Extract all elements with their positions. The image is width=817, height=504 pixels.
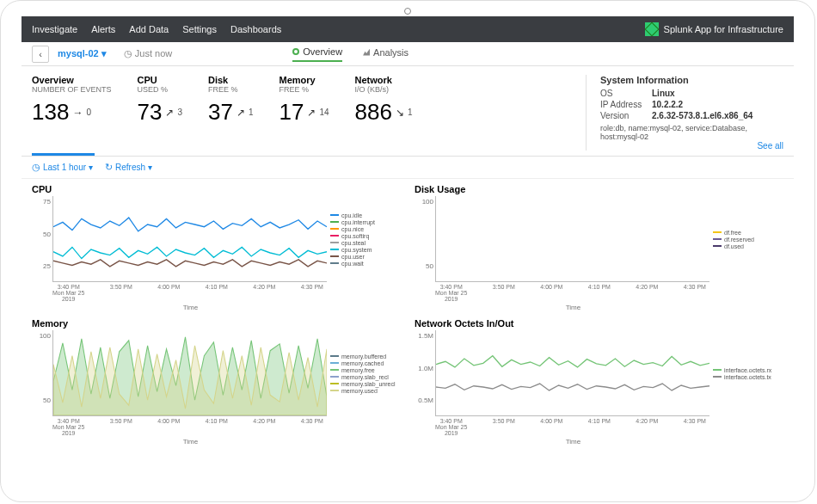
metric-cpu[interactable]: CPU USED % 73↗3 bbox=[138, 75, 182, 151]
nav-add-data[interactable]: Add Data bbox=[129, 24, 169, 34]
clock-icon bbox=[32, 162, 40, 173]
mem-y-axis: 10050 bbox=[32, 330, 52, 416]
system-info-panel: System Information OSLinux IP Address10.… bbox=[586, 75, 783, 151]
splunk-logo-icon bbox=[645, 22, 659, 36]
device-camera bbox=[404, 8, 411, 15]
nav-investigate[interactable]: Investigate bbox=[32, 24, 77, 34]
disk-legend: df.freedf.reserveddf.used bbox=[710, 196, 783, 282]
tab-overview[interactable]: Overview bbox=[292, 46, 342, 62]
mem-legend: memory.bufferedmemory.cachedmemory.freem… bbox=[327, 330, 401, 416]
nav-dashboards[interactable]: Dashboards bbox=[230, 24, 281, 34]
refresh-icon bbox=[105, 162, 113, 173]
cpu-x-axis: 3:40 PMMon Mar 2520193:50 PM4:00 PM4:10 … bbox=[32, 284, 401, 302]
metrics-row: Overview NUMBER OF EVENTS 138→0 CPU USED… bbox=[22, 66, 794, 157]
cpu-y-axis: 755025 bbox=[32, 196, 52, 282]
app-title[interactable]: Splunk App for Infrastructure bbox=[645, 22, 783, 36]
see-all-link[interactable]: See all bbox=[757, 141, 783, 151]
breadcrumb-bar: ‹ mysql-02 ▾ ◷ Just now Overview Analysi… bbox=[22, 42, 794, 66]
metric-overview[interactable]: Overview NUMBER OF EVENTS 138→0 bbox=[32, 75, 112, 151]
chart-toolbar: Last 1 hour ▾ Refresh ▾ bbox=[22, 157, 794, 179]
analysis-icon bbox=[363, 49, 370, 56]
nav-settings[interactable]: Settings bbox=[182, 24, 217, 34]
disk-plot-area[interactable] bbox=[435, 196, 710, 282]
refresh-button[interactable]: Refresh ▾ bbox=[105, 162, 152, 173]
charts-grid: CPU 755025 cpu.idlecpu.interruptcpu.nice… bbox=[22, 179, 794, 451]
mem-plot-area[interactable] bbox=[52, 330, 327, 416]
top-nav: Investigate Alerts Add Data Settings Das… bbox=[22, 16, 794, 42]
breadcrumb-host[interactable]: mysql-02 ▾ bbox=[58, 48, 107, 59]
timestamp-just-now: ◷ Just now bbox=[124, 48, 172, 59]
arrow-up-icon: ↗ bbox=[307, 107, 316, 119]
metric-network[interactable]: Network I/O (KB/s) 886↘1 bbox=[355, 75, 413, 151]
caret-down-icon: ▾ bbox=[101, 48, 107, 58]
mem-x-axis: 3:40 PMMon Mar 2520193:50 PM4:00 PM4:10 … bbox=[32, 418, 401, 436]
tab-analysis[interactable]: Analysis bbox=[363, 46, 408, 62]
net-legend: interface.octets.rxinterface.octets.tx bbox=[710, 330, 783, 416]
metric-memory[interactable]: Memory FREE % 17↗14 bbox=[279, 75, 329, 151]
arrow-down-icon: ↘ bbox=[396, 107, 404, 119]
cpu-plot-area[interactable] bbox=[52, 196, 327, 282]
nav-alerts[interactable]: Alerts bbox=[91, 24, 115, 34]
arrow-right-icon: → bbox=[72, 107, 83, 119]
net-y-axis: 1.5M1.0M0.5M bbox=[415, 330, 435, 416]
overview-icon bbox=[292, 48, 299, 55]
app-label: Splunk App for Infrastructure bbox=[664, 24, 783, 34]
disk-y-axis: 10050 bbox=[415, 196, 435, 282]
disk-x-axis: 3:40 PMMon Mar 2520193:50 PM4:00 PM4:10 … bbox=[415, 284, 783, 302]
net-x-axis: 3:40 PMMon Mar 2520193:50 PM4:00 PM4:10 … bbox=[415, 418, 783, 436]
back-button[interactable]: ‹ bbox=[32, 46, 49, 63]
metric-disk[interactable]: Disk FREE % 37↗1 bbox=[208, 75, 253, 151]
arrow-up-icon: ↗ bbox=[236, 107, 245, 119]
chart-cpu: CPU 755025 cpu.idlecpu.interruptcpu.nice… bbox=[32, 184, 401, 311]
chart-memory: Memory 10050 memory.bufferedmemory.cache… bbox=[32, 318, 401, 446]
chart-network: Network Octets In/Out 1.5M1.0M0.5M inter… bbox=[415, 318, 783, 446]
chart-disk: Disk Usage 10050 df.freedf.reserveddf.us… bbox=[415, 184, 783, 311]
net-plot-area[interactable] bbox=[435, 330, 710, 416]
arrow-up-icon: ↗ bbox=[165, 107, 174, 119]
cpu-legend: cpu.idlecpu.interruptcpu.nicecpu.softirq… bbox=[327, 196, 401, 282]
time-range-picker[interactable]: Last 1 hour ▾ bbox=[32, 162, 93, 173]
